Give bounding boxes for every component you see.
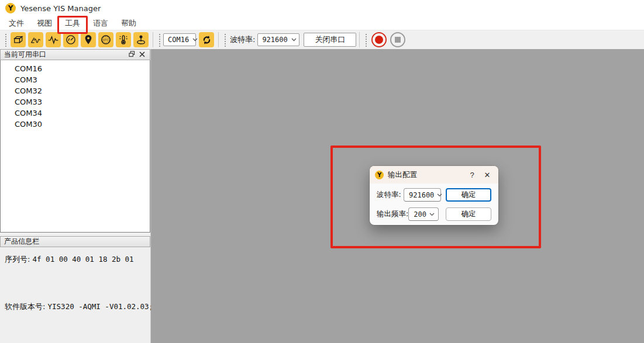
port-select[interactable]: COM16	[163, 33, 196, 46]
pulse-wave-icon	[47, 34, 59, 46]
port-list-item[interactable]: COM3	[1, 74, 150, 85]
port-list-item[interactable]: COM32	[1, 85, 150, 96]
refresh-ports-button[interactable]	[199, 32, 214, 47]
ports-panel-float-button[interactable]	[126, 50, 137, 59]
toolbar-grip-handle[interactable]	[364, 33, 368, 47]
port-select-value: COM16	[168, 36, 189, 44]
chevron-down-icon	[192, 38, 198, 41]
dialog-close-button[interactable]: ✕	[480, 168, 495, 181]
workspace-area: Y 输出配置 ? ✕ 波特率: 921600 确定	[151, 49, 644, 343]
baud-rate-value: 921600	[262, 36, 287, 44]
toolbar-separator	[153, 32, 153, 47]
toolbar-grip-handle[interactable]	[158, 33, 161, 47]
chevron-down-icon	[429, 213, 435, 216]
svg-text:UTC: UTC	[104, 39, 109, 41]
tool-3d-view-button[interactable]	[11, 32, 26, 47]
dialog-baud-label: 波特率:	[377, 190, 401, 200]
port-list-item[interactable]: COM33	[1, 96, 150, 108]
gauge-icon	[65, 34, 77, 46]
chevron-down-icon	[291, 38, 297, 41]
menu-tools[interactable]: 工具	[58, 17, 87, 30]
dialog-frequency-value: 200	[414, 210, 426, 219]
chevron-down-icon	[437, 193, 442, 197]
software-version-value: YIS320 -AQMI -V01.02.03;	[48, 302, 154, 311]
menu-file[interactable]: 文件	[2, 17, 30, 30]
close-x-icon: ✕	[484, 171, 491, 179]
window-title: Yesense YIS Manager	[20, 4, 101, 13]
tool-location-button[interactable]	[81, 32, 96, 47]
tool-angle-wave-button[interactable]	[28, 32, 43, 47]
port-list-item[interactable]: COM30	[1, 119, 150, 130]
product-info-body: 序列号: 4f 01 00 40 01 18 2b 01 软件版本号: YIS3…	[0, 247, 150, 343]
close-serial-port-button[interactable]: 关闭串口	[304, 33, 356, 47]
info-panel-title: 产品信息栏	[4, 237, 39, 247]
baud-rate-label: 波特率:	[230, 34, 255, 45]
dialog-app-logo-icon: Y	[375, 171, 384, 179]
dialog-body: 波特率: 921600 确定 输出频率: 200 确定	[370, 183, 498, 221]
dialog-baud-ok-button[interactable]: 确定	[446, 188, 491, 202]
toolbar-grip-handle[interactable]	[223, 33, 227, 47]
thermometer-icon	[118, 34, 129, 46]
ports-panel-title: 当前可用串口	[4, 50, 46, 60]
app-window: Y Yesense YIS Manager 文件 视图 工具 语言 帮助	[0, 0, 644, 343]
toolbar-separator	[218, 32, 219, 47]
output-config-dialog: Y 输出配置 ? ✕ 波特率: 921600 确定	[370, 166, 498, 225]
port-list-item[interactable]: COM34	[1, 108, 150, 119]
menu-help[interactable]: 帮助	[115, 17, 143, 30]
toolbar-grip-handle[interactable]	[4, 33, 8, 47]
tool-temperature-button[interactable]	[116, 32, 131, 47]
menu-tools-label: 工具	[65, 19, 80, 27]
output-frequency-row: 输出频率: 200 确定	[377, 207, 491, 221]
dialog-baud-select[interactable]: 921600	[404, 188, 441, 202]
ports-panel-header: 当前可用串口	[0, 49, 150, 60]
dialog-frequency-label: 输出频率:	[377, 209, 408, 219]
cube-3d-icon	[12, 34, 24, 46]
baud-rate-select[interactable]: 921600	[257, 33, 299, 46]
menubar: 文件 视图 工具 语言 帮助	[0, 16, 644, 30]
titlebar: Y Yesense YIS Manager	[0, 0, 644, 16]
toolbar-separator	[359, 32, 360, 47]
utc-clock-icon: UTC	[100, 34, 112, 46]
stop-icon	[395, 37, 401, 43]
port-list-item[interactable]: COM16	[1, 63, 150, 74]
refresh-arrows-icon	[201, 34, 212, 46]
record-icon	[375, 36, 383, 44]
software-version-label: 软件版本号:	[5, 302, 45, 311]
app-logo-icon: Y	[5, 3, 16, 13]
ports-list: COM16 COM3 COM32 COM33 COM34 COM30	[0, 60, 150, 233]
dialog-titlebar[interactable]: Y 输出配置 ? ✕	[370, 166, 498, 183]
menu-view[interactable]: 视图	[30, 17, 58, 30]
angle-wave-icon	[30, 34, 42, 46]
ports-panel-close-button[interactable]	[137, 50, 147, 59]
tool-utc-clock-button[interactable]: UTC	[98, 32, 113, 47]
menu-language[interactable]: 语言	[87, 17, 115, 30]
float-window-icon	[129, 50, 135, 59]
record-button[interactable]	[371, 32, 387, 47]
serial-number-label: 序列号:	[5, 255, 30, 264]
gyro-pin-icon	[135, 34, 147, 46]
tool-pulse-wave-button[interactable]	[46, 32, 61, 47]
software-version-line: 软件版本号: YIS320 -AQMI -V01.02.03;	[5, 302, 150, 312]
stop-button[interactable]	[390, 32, 405, 47]
left-dock-panel: 当前可用串口 COM16 COM3 COM32 COM33 COM34 COM3…	[0, 49, 151, 343]
dialog-title: 输出配置	[388, 170, 464, 180]
dialog-baud-value: 921600	[409, 191, 434, 199]
dialog-help-button[interactable]: ?	[464, 168, 480, 181]
tool-gyro-button[interactable]	[133, 32, 149, 47]
info-panel-header: 产品信息栏	[0, 236, 150, 247]
window-body: 当前可用串口 COM16 COM3 COM32 COM33 COM34 COM3…	[0, 49, 644, 343]
close-x-icon	[139, 50, 145, 59]
tool-gauge-button[interactable]	[63, 32, 78, 47]
serial-number-value: 4f 01 00 40 01 18 2b 01	[33, 255, 134, 264]
serial-number-line: 序列号: 4f 01 00 40 01 18 2b 01	[5, 254, 150, 265]
toolbar: UTC COM16 波特率: 921600 关闭串口	[0, 30, 644, 49]
dialog-frequency-ok-button[interactable]: 确定	[446, 207, 491, 221]
dialog-frequency-select[interactable]: 200	[408, 207, 439, 221]
location-pin-icon	[82, 34, 94, 46]
baud-rate-row: 波特率: 921600 确定	[377, 188, 491, 202]
